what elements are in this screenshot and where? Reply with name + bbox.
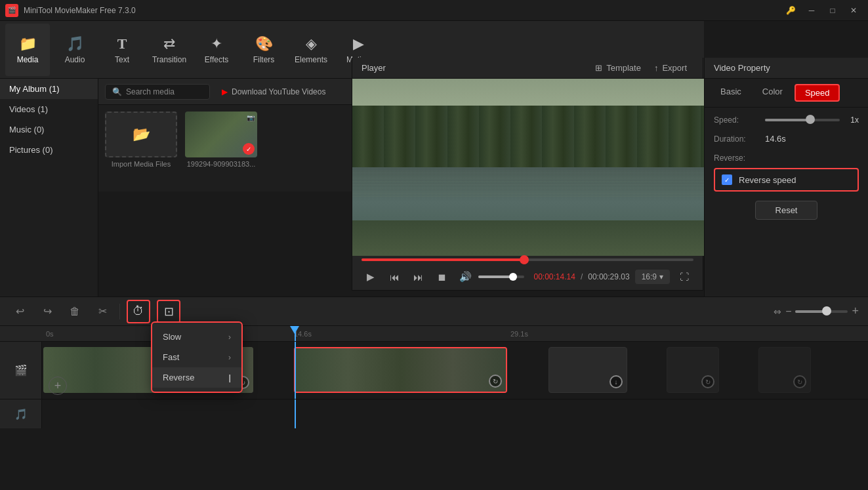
fast-arrow-icon: › bbox=[228, 353, 231, 362]
toolbar-item-audio[interactable]: 🎵 Audio bbox=[52, 24, 97, 76]
camera-badge-icon: 📷 bbox=[247, 114, 255, 121]
progress-bar[interactable] bbox=[362, 258, 693, 261]
left-panel: My Album (1) Videos (1) Music (0) Pictur… bbox=[0, 79, 98, 302]
selected-badge: ✓ bbox=[243, 143, 255, 155]
progress-area[interactable] bbox=[352, 256, 703, 264]
video-clip-4-ghost[interactable]: ↻ bbox=[667, 347, 719, 393]
context-menu-item-slow[interactable]: Slow › bbox=[152, 327, 241, 347]
filters-label: Filters bbox=[253, 55, 275, 64]
video-preview bbox=[352, 79, 704, 256]
youtube-download-button[interactable]: ▶ Download YouTube Videos bbox=[217, 85, 331, 99]
playhead-line bbox=[295, 342, 296, 399]
video-clip-2[interactable]: ↻ bbox=[294, 347, 507, 393]
audio-track-row: 🎵 bbox=[0, 399, 868, 428]
video-file-label: 199294-909903183... bbox=[185, 160, 257, 168]
volume-handle[interactable] bbox=[509, 273, 517, 281]
filters-icon: 🎨 bbox=[255, 35, 273, 52]
titlebar: 🎬 MiniTool MovieMaker Free 7.3.0 🔑 ─ □ ✕ bbox=[0, 0, 868, 21]
stop-button[interactable]: ⏹ bbox=[432, 268, 451, 286]
reverse-speed-label[interactable]: Reverse speed bbox=[739, 175, 796, 185]
sidebar-item-my-album[interactable]: My Album (1) bbox=[0, 79, 98, 99]
player-header: Player ⊞ Template ↑ Export bbox=[352, 58, 703, 79]
volume-control[interactable]: 🔊 bbox=[456, 268, 524, 286]
ratio-button[interactable]: 16:9 ▾ bbox=[635, 270, 670, 284]
import-label: Import Media Files bbox=[105, 160, 177, 168]
tab-color[interactable]: Color bbox=[753, 84, 792, 102]
toolbar-item-elements[interactable]: ◈ Elements bbox=[289, 24, 333, 76]
toolbar-item-text[interactable]: T Text bbox=[100, 24, 144, 76]
timeline-tracks: 🎬 ↻ ↻ ↓ bbox=[0, 342, 868, 486]
crop-button[interactable]: ⊡ bbox=[157, 300, 180, 323]
player-area: Player ⊞ Template ↑ Export ▶ ⏮ ⏭ ⏹ bbox=[352, 58, 703, 291]
redo-button[interactable]: ↪ bbox=[37, 301, 58, 322]
zoom-minus-button[interactable]: − bbox=[785, 306, 791, 317]
fullscreen-button[interactable]: ⛶ bbox=[675, 268, 693, 286]
key-icon[interactable]: 🔑 bbox=[781, 4, 800, 17]
speed-slider[interactable] bbox=[765, 119, 840, 121]
video-property-title: Video Property bbox=[714, 63, 770, 73]
zoom-slider[interactable] bbox=[795, 310, 848, 313]
zoom-plus-button[interactable]: + bbox=[852, 304, 859, 318]
speed-label: Speed: bbox=[714, 115, 760, 125]
volume-track[interactable] bbox=[478, 276, 524, 278]
reset-button[interactable]: Reset bbox=[755, 201, 818, 220]
video-clip-3-ghost[interactable]: ↓ bbox=[548, 347, 627, 393]
toolbar-item-effects[interactable]: ✦ Effects bbox=[194, 24, 239, 76]
zoom-control: ⇔ − + bbox=[774, 304, 859, 318]
context-menu: Slow › Fast › Reverse | bbox=[151, 321, 243, 393]
player-controls: ▶ ⏮ ⏭ ⏹ 🔊 00:00:14.14 / 00:00:29.03 16:9… bbox=[352, 264, 703, 291]
speed-button[interactable]: ⏱ bbox=[127, 300, 150, 323]
export-button[interactable]: ↑ Export bbox=[648, 60, 693, 75]
reverse-box: ✓ Reverse speed bbox=[714, 168, 859, 192]
tab-speed[interactable]: Speed bbox=[795, 84, 840, 102]
skip-back-button[interactable]: ⏮ bbox=[385, 268, 403, 286]
audio-track-content[interactable] bbox=[42, 399, 868, 428]
audio-icon: 🎵 bbox=[66, 35, 84, 52]
video-property-header: Video Property bbox=[705, 58, 868, 79]
video-clip-5-ghost[interactable]: ↻ bbox=[758, 347, 811, 393]
sidebar-item-videos[interactable]: Videos (1) bbox=[0, 99, 98, 119]
effects-icon: ✦ bbox=[211, 35, 222, 52]
play-button[interactable]: ▶ bbox=[362, 268, 380, 286]
video-file-tile[interactable]: 📷 ✓ 199294-909903183... bbox=[185, 112, 257, 168]
add-track-button[interactable]: + bbox=[49, 377, 67, 395]
speed-slider-handle[interactable] bbox=[806, 115, 815, 124]
volume-icon[interactable]: 🔊 bbox=[456, 268, 474, 286]
tab-basic[interactable]: Basic bbox=[711, 84, 751, 102]
undo-button[interactable]: ↩ bbox=[9, 301, 30, 322]
yt-label: Download YouTube Videos bbox=[232, 87, 325, 96]
ruler-mark-0: 0s bbox=[46, 330, 54, 338]
toolbar-item-transition[interactable]: ⇄ Transition bbox=[147, 24, 192, 76]
close-button[interactable]: ✕ bbox=[844, 4, 863, 17]
media-icon: 📁 bbox=[19, 35, 37, 52]
audio-track-label: 🎵 bbox=[0, 399, 42, 428]
fit-icon[interactable]: ⇔ bbox=[774, 306, 781, 317]
sidebar-item-pictures[interactable]: Pictures (0) bbox=[0, 140, 98, 160]
context-menu-item-fast[interactable]: Fast › bbox=[152, 347, 241, 367]
duration-value: 14.6s bbox=[765, 134, 786, 144]
toolbar-item-media[interactable]: 📁 Media bbox=[5, 24, 50, 76]
skip-forward-button[interactable]: ⏭ bbox=[409, 268, 427, 286]
elements-icon: ◈ bbox=[306, 35, 317, 52]
clip-4-loop-icon: ↻ bbox=[701, 375, 714, 388]
progress-handle[interactable] bbox=[520, 255, 529, 264]
maximize-button[interactable]: □ bbox=[823, 4, 842, 17]
ruler-mark-146: 14.6s bbox=[294, 330, 312, 338]
import-media-tile[interactable]: 📂 Import Media Files bbox=[105, 112, 177, 168]
context-menu-item-reverse[interactable]: Reverse | bbox=[152, 367, 241, 388]
zoom-handle[interactable] bbox=[822, 306, 831, 316]
template-icon: ⊞ bbox=[595, 63, 602, 73]
toolbar-item-filters[interactable]: 🎨 Filters bbox=[241, 24, 286, 76]
effects-label: Effects bbox=[205, 55, 228, 64]
duration-label: Duration: bbox=[714, 134, 760, 144]
sidebar-item-music[interactable]: Music (0) bbox=[0, 119, 98, 140]
cursor-indicator: | bbox=[229, 373, 231, 382]
speed-crop-buttons: ⏱ ⊡ bbox=[127, 300, 180, 323]
split-button[interactable]: ✂ bbox=[92, 301, 113, 322]
minimize-button[interactable]: ─ bbox=[802, 4, 821, 17]
template-button[interactable]: ⊞ Template bbox=[589, 60, 648, 75]
speed-slider-fill bbox=[765, 119, 810, 121]
reverse-checkbox[interactable]: ✓ bbox=[722, 174, 732, 185]
delete-button[interactable]: 🗑 bbox=[64, 301, 85, 322]
search-box[interactable]: 🔍 Search media bbox=[105, 84, 210, 100]
